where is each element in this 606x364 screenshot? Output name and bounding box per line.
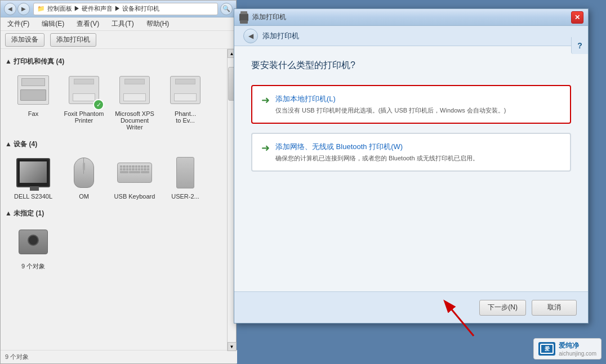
devices-grid: DELL S2340L OM xyxy=(11,155,231,200)
usb-icon xyxy=(167,155,203,191)
content-area: ▲ 打印机和传真 (4) Fax ✓ xyxy=(1,49,236,351)
watermark-site: aichunjing.com xyxy=(559,350,596,357)
fax-label: Fax xyxy=(28,110,38,117)
device-foxit[interactable]: ✓ Foxit PhantomPrinter xyxy=(61,72,106,131)
dialog-back-button[interactable]: ◀ xyxy=(243,29,258,43)
monitor-icon xyxy=(15,155,51,191)
unspecified-section-title: ▲ 未指定 (1) xyxy=(5,206,231,221)
monitor-label: DELL S2340L xyxy=(14,193,52,200)
back-button[interactable]: ◀ xyxy=(4,3,16,15)
watermark: 爱 爱纯净 aichunjing.com xyxy=(533,338,601,359)
menu-edit[interactable]: 编辑(E) xyxy=(39,18,66,30)
nav-buttons: ◀ ▶ xyxy=(4,3,30,15)
foxit-label: Foxit PhantomPrinter xyxy=(64,110,104,124)
statusbar: 9 个对象 xyxy=(1,350,237,363)
menu-file[interactable]: 文件(F) xyxy=(5,18,32,30)
phantom-icon xyxy=(167,72,203,108)
option-row-local: ➜ 添加本地打印机(L) 仅当没有 USB 打印机时使用此选项。(插入 USB … xyxy=(261,94,561,115)
menubar: 文件(F) 编辑(E) 查看(V) 工具(T) 帮助(H) xyxy=(1,17,236,31)
toolbar: 添加设备 添加打印机 xyxy=(1,31,236,49)
watermark-logo: 爱 xyxy=(538,342,555,356)
background-window: ◀ ▶ 📁 控制面板 ▶ 硬件和声音 ▶ 设备和打印机 🔍 文件(F) 编辑(E… xyxy=(0,0,237,364)
dialog-title: 添加打印机 xyxy=(252,12,571,22)
menu-tools[interactable]: 工具(T) xyxy=(109,18,136,30)
xps-label: Microsoft XPSDocumentWriter xyxy=(115,110,154,131)
option-arrow-network: ➜ xyxy=(261,142,270,154)
usb-label: USER-2... xyxy=(171,193,199,200)
cancel-button[interactable]: 取消 xyxy=(532,300,577,316)
menu-help[interactable]: 帮助(H) xyxy=(144,18,172,30)
statusbar-text: 9 个对象 xyxy=(5,353,29,361)
dialog-question: 要安装什么类型的打印机? xyxy=(251,60,571,71)
folder-icon: 📁 xyxy=(37,5,45,12)
network-printer-option[interactable]: ➜ 添加网络、无线或 Bluetooth 打印机(W) 确保您的计算机已连接到网… xyxy=(251,133,571,172)
dialog-close-button[interactable]: ✕ xyxy=(571,11,583,24)
option-arrow-local: ➜ xyxy=(261,94,270,106)
breadcrumb: 📁 控制面板 ▶ 硬件和声音 ▶ 设备和打印机 xyxy=(33,3,218,15)
local-printer-title: 添加本地打印机(L) xyxy=(275,94,506,104)
local-printer-desc: 仅当没有 USB 打印机时使用此选项。(插入 USB 打印机后，Windows … xyxy=(275,106,506,115)
device-fax[interactable]: Fax xyxy=(11,72,56,131)
bg-titlebar: ◀ ▶ 📁 控制面板 ▶ 硬件和声音 ▶ 设备和打印机 🔍 xyxy=(1,1,236,17)
device-usb[interactable]: USER-2... xyxy=(163,155,208,200)
device-mouse[interactable]: OM xyxy=(61,155,106,200)
dialog-footer: 下一步(N) 取消 xyxy=(234,291,588,323)
help-button[interactable]: ? xyxy=(571,37,588,54)
menu-view[interactable]: 查看(V) xyxy=(74,18,101,30)
mouse-label: OM xyxy=(79,193,89,200)
add-printer-button[interactable]: 添加打印机 xyxy=(50,33,96,47)
device-camera[interactable]: 9 个对象 xyxy=(11,224,56,271)
device-monitor[interactable]: DELL S2340L xyxy=(11,155,56,200)
dialog-titlebar: 添加打印机 ✕ xyxy=(234,9,588,26)
network-printer-title: 添加网络、无线或 Bluetooth 打印机(W) xyxy=(275,142,479,152)
device-keyboard[interactable]: USB Keyboard xyxy=(112,155,157,200)
dialog-content: 要安装什么类型的打印机? ➜ 添加本地打印机(L) 仅当没有 USB 打印机时使… xyxy=(234,46,588,194)
scroll-down[interactable]: ▼ xyxy=(228,342,237,351)
forward-button[interactable]: ▶ xyxy=(17,3,30,15)
fax-icon xyxy=(15,72,51,108)
dialog-nav: ◀ 添加打印机 xyxy=(234,26,588,46)
watermark-brand: 爱纯净 xyxy=(559,341,596,350)
unspecified-grid: 9 个对象 xyxy=(11,224,231,271)
search-button[interactable]: 🔍 xyxy=(220,3,233,15)
dialog-nav-title: 添加打印机 xyxy=(262,31,299,41)
printers-section-title: ▲ 打印机和传真 (4) xyxy=(5,55,231,69)
next-button[interactable]: 下一步(N) xyxy=(479,300,526,316)
devices-section-title: ▲ 设备 (4) xyxy=(5,137,231,151)
device-xps[interactable]: Microsoft XPSDocumentWriter xyxy=(112,72,157,131)
camera-label: 9 个对象 xyxy=(21,262,45,271)
xps-icon xyxy=(117,72,153,108)
keyboard-label: USB Keyboard xyxy=(114,193,155,200)
foxit-icon: ✓ xyxy=(66,72,102,108)
device-phantom[interactable]: Phant...to Ev... xyxy=(163,72,208,131)
add-device-button[interactable]: 添加设备 xyxy=(5,33,44,47)
printer-icon-small xyxy=(239,14,248,21)
mouse-icon xyxy=(66,155,102,191)
printers-grid: Fax ✓ Foxit PhantomPrinter xyxy=(11,72,231,131)
checkmark: ✓ xyxy=(93,99,104,110)
printer-title-icon xyxy=(239,12,249,23)
network-printer-desc: 确保您的计算机已连接到网络，或者您的 Bluetooth 或无线打印机已启用。 xyxy=(275,154,479,163)
camera-icon xyxy=(15,224,51,260)
keyboard-icon xyxy=(117,155,153,191)
option-row-network: ➜ 添加网络、无线或 Bluetooth 打印机(W) 确保您的计算机已连接到网… xyxy=(261,142,561,163)
phantom-label: Phant...to Ev... xyxy=(175,110,196,124)
local-printer-option[interactable]: ➜ 添加本地打印机(L) 仅当没有 USB 打印机时使用此选项。(插入 USB … xyxy=(251,85,571,124)
add-printer-dialog: 添加打印机 ✕ ◀ 添加打印机 ? 要安装什么类型的打印机? ➜ 添加本地打印机… xyxy=(234,8,589,323)
